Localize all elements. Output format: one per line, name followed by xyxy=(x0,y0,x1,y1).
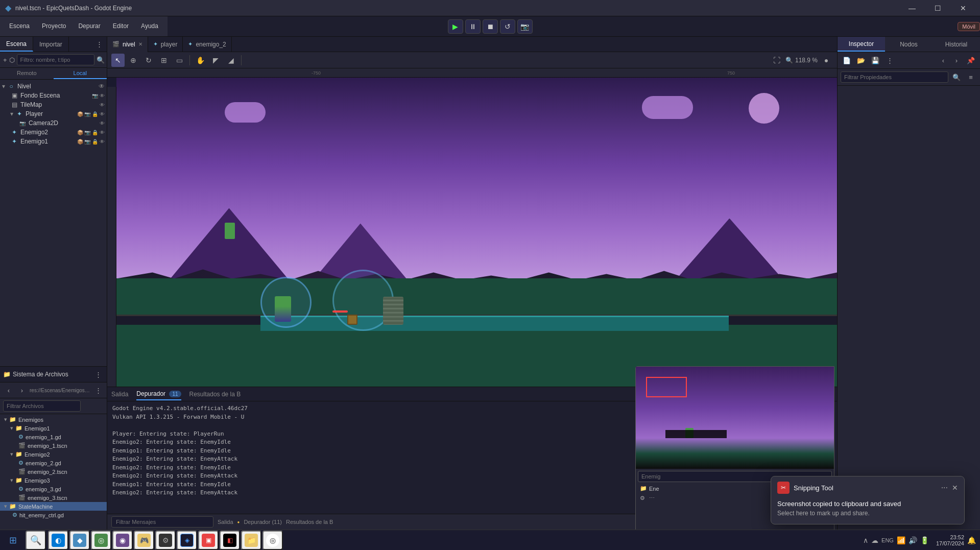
tree-node-tilemap[interactable]: ▤ TileMap 👁 xyxy=(0,100,107,109)
taskbar-app-explorer[interactable]: 📁 xyxy=(241,531,261,550)
inspector-tab-historial[interactable]: Historial xyxy=(933,37,980,52)
filter-search-icon[interactable]: 🔍 xyxy=(950,71,963,83)
fs-back-button[interactable]: ‹ xyxy=(3,385,14,396)
file-item-hit-enemy[interactable]: ⚙ hit_enemy_ctrl.gd xyxy=(0,511,107,519)
tray-eng-label[interactable]: ENG xyxy=(881,537,894,543)
notification-icon[interactable]: 🔔 xyxy=(967,536,976,544)
file-item-enemigo2-folder[interactable]: ▾ 📁 Enemigo2 xyxy=(0,450,107,459)
maximize-button[interactable]: ☐ xyxy=(926,0,949,16)
menu-escena[interactable]: Escena xyxy=(4,20,35,32)
tool-rotate[interactable]: ↻ xyxy=(142,54,155,67)
taskbar-app-chrome[interactable]: ◎ xyxy=(262,531,283,550)
filesystem-more-button[interactable]: ⋮ xyxy=(92,369,104,380)
taskbar-search[interactable]: 🔍 xyxy=(26,531,46,550)
console-tab-depurador[interactable]: Depurador 11 xyxy=(136,388,181,400)
menu-proyecto[interactable]: Proyecto xyxy=(37,20,71,32)
fs-forward-button[interactable]: › xyxy=(16,385,28,396)
tree-node-enemigo2[interactable]: ✦ Enemigo2 📦 📷 🔒 👁 xyxy=(0,128,107,137)
taskbar-app-game[interactable]: 🎮 xyxy=(134,531,154,550)
insp-forward-button[interactable]: › xyxy=(950,54,963,66)
file-item-enemigo1-gd[interactable]: ⚙ enemigo_1.gd xyxy=(0,433,107,441)
play-button[interactable]: ▶ xyxy=(448,19,463,34)
file-item-enemigos[interactable]: ▾ 📁 Enemigos xyxy=(0,415,107,424)
taskbar-app-jetbrains[interactable]: ◧ xyxy=(220,531,240,550)
tab-escena[interactable]: Escena xyxy=(0,37,33,52)
taskbar-app-steam[interactable]: ⚙ xyxy=(155,531,176,550)
fs-options-button[interactable]: ⋮ xyxy=(92,385,104,396)
tool-scale[interactable]: ⊞ xyxy=(157,54,171,67)
editor-tab-nivel[interactable]: 🎬 nivel ✕ xyxy=(107,37,148,52)
taskbar-app-edge[interactable]: ◐ xyxy=(48,531,68,550)
minimize-button[interactable]: — xyxy=(900,0,924,16)
snipping-close-button[interactable]: ✕ xyxy=(952,484,958,492)
menu-ayuda[interactable]: Ayuda xyxy=(136,20,163,32)
file-item-enemigo2-gd[interactable]: ⚙ enemigo_2.gd xyxy=(0,459,107,467)
start-button[interactable]: ⊞ xyxy=(0,530,26,551)
console-tab-salida[interactable]: Salida xyxy=(111,389,128,400)
close-button[interactable]: ✕ xyxy=(951,0,975,16)
clock[interactable]: 23:52 17/07/2024 xyxy=(936,534,964,546)
taskbar-app-godot[interactable]: ◆ xyxy=(69,531,90,550)
insp-pin-button[interactable]: 📌 xyxy=(965,54,977,66)
tool-move[interactable]: ⊕ xyxy=(127,54,140,67)
taskbar-app-4[interactable]: ◎ xyxy=(91,531,111,550)
stop-button[interactable]: ⏹ xyxy=(483,19,498,34)
tree-node-enemigo1[interactable]: ✦ Enemigo1 📦 📷 🔒 👁 xyxy=(0,137,107,146)
tree-node-camera[interactable]: 📷 Camera2D 👁 xyxy=(0,118,107,128)
file-item-enemigo3-folder[interactable]: ▾ 📁 Enemigo3 xyxy=(0,476,107,485)
insp-back-button[interactable]: ‹ xyxy=(937,54,949,66)
tool-pan[interactable]: ✋ xyxy=(194,54,207,67)
file-item-enemigo1-folder[interactable]: ▾ 📁 Enemigo1 xyxy=(0,424,107,433)
tool-snap1[interactable]: ◤ xyxy=(209,54,222,67)
inspector-tab-inspector[interactable]: Inspector xyxy=(838,37,885,52)
fs-filter-input[interactable] xyxy=(3,400,81,412)
file-item-enemigo2-tscn[interactable]: 🎬 enemigo_2.tscn xyxy=(0,467,107,476)
tree-node-nivel[interactable]: ▾ ○ Nivel 👁 xyxy=(0,82,107,91)
taskbar-app-5[interactable]: ◉ xyxy=(112,531,133,550)
link-node-button[interactable]: ⬡ xyxy=(9,54,15,65)
menu-editor[interactable]: Editor xyxy=(108,20,134,32)
tree-node-player[interactable]: ▾ ✦ Player 📦 📷 🔒 👁 xyxy=(0,109,107,118)
inspector-tab-nodos[interactable]: Nodos xyxy=(885,37,933,52)
pause-button[interactable]: ⏸ xyxy=(465,19,481,34)
taskbar-app-9[interactable]: ▣ xyxy=(198,531,219,550)
file-item-enemigo1-tscn[interactable]: 🎬 enemigo_1.tscn xyxy=(0,441,107,450)
tool-select[interactable]: ↖ xyxy=(111,54,125,67)
insp-save-button[interactable]: 💾 xyxy=(869,54,881,66)
step-button[interactable]: ↺ xyxy=(500,19,515,34)
tab-importar[interactable]: Importar xyxy=(33,37,69,52)
file-item-enemigo3-gd[interactable]: ⚙ enemigo_3.gd xyxy=(0,485,107,493)
tray-wifi[interactable]: 📶 xyxy=(897,536,905,544)
tab-local[interactable]: Local xyxy=(54,68,107,79)
camera-button[interactable]: 📷 xyxy=(517,19,533,34)
filter-options-icon[interactable]: ≡ xyxy=(965,71,977,83)
scene-filter-input[interactable] xyxy=(17,54,94,65)
tray-volume[interactable]: 🔊 xyxy=(909,536,917,544)
tray-cloud[interactable]: ☁ xyxy=(871,536,878,544)
console-tab-resultados[interactable]: Resultados de la B xyxy=(189,389,241,400)
scene-options-button[interactable]: ⋮ xyxy=(93,39,105,50)
tray-battery[interactable]: 🔋 xyxy=(920,536,929,544)
insp-open-button[interactable]: 📂 xyxy=(855,54,867,66)
add-node-button[interactable]: + xyxy=(3,54,7,65)
tool-snap2[interactable]: ◢ xyxy=(224,54,237,67)
tray-arrow[interactable]: ∧ xyxy=(863,536,868,544)
console-filter-input[interactable] xyxy=(111,516,213,528)
taskbar-app-8[interactable]: ◈ xyxy=(177,531,197,550)
editor-tab-enemigo2[interactable]: ✦ enemigo_2 xyxy=(183,37,231,52)
tree-node-fondo[interactable]: ▣ Fondo Escena 📷 👁 xyxy=(0,91,107,100)
snipping-sub-message[interactable]: Select here to mark up and share. xyxy=(777,510,958,517)
editor-tab-player[interactable]: ✦ player xyxy=(148,37,183,52)
fullscreen-button[interactable]: ⛶ xyxy=(770,54,783,67)
filter-props-input[interactable] xyxy=(841,71,948,83)
zoom-reset-button[interactable]: ● xyxy=(820,54,833,67)
scene-filter-icon[interactable]: 🔍 xyxy=(97,54,105,65)
tab-close-nivel[interactable]: ✕ xyxy=(138,41,142,47)
tool-rect[interactable]: ▭ xyxy=(173,54,186,67)
viewport[interactable] xyxy=(107,78,837,387)
menu-depurar[interactable]: Depurar xyxy=(73,20,105,32)
insp-more-button[interactable]: ⋮ xyxy=(883,54,896,66)
insp-new-script-button[interactable]: 📄 xyxy=(841,54,853,66)
snipping-more-button[interactable]: ··· xyxy=(941,483,948,492)
file-item-statemachine[interactable]: ▾ 📁 StateMachine xyxy=(0,502,107,511)
